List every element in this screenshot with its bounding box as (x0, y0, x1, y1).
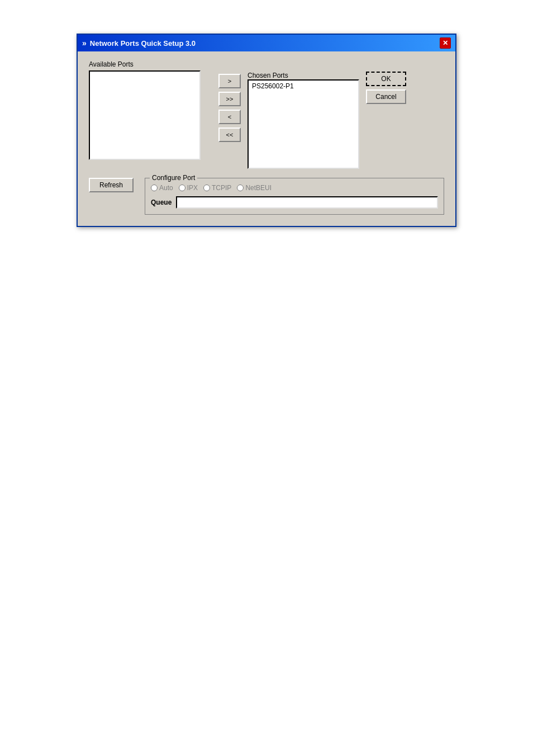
available-ports-label: Available Ports (89, 60, 134, 68)
move-all-left-button[interactable]: << (218, 127, 241, 142)
title-bar: » Network Ports Quick Setup 3.0 ✕ (78, 35, 455, 51)
title-bar-left: » Network Ports Quick Setup 3.0 (82, 39, 196, 48)
transfer-buttons: > >> < << (212, 74, 248, 142)
radio-auto-input[interactable] (151, 185, 158, 191)
radio-tcpip[interactable]: TCPIP (203, 184, 231, 192)
configure-port-legend: Configure Port (150, 174, 197, 182)
radio-tcpip-input[interactable] (203, 185, 210, 191)
move-all-right-button[interactable]: >> (218, 92, 241, 106)
radio-ipx-input[interactable] (179, 185, 185, 191)
chosen-ports-listbox[interactable]: PS256002-P1 (248, 79, 359, 169)
refresh-button[interactable]: Refresh (89, 178, 134, 192)
action-buttons: OK Cancel (366, 72, 406, 104)
move-left-button[interactable]: < (218, 110, 241, 124)
app-icon: » (82, 39, 87, 48)
radio-ipx-label: IPX (187, 184, 198, 192)
configure-port-group: Configure Port Auto IPX TCPIP (145, 178, 444, 215)
queue-row: Queue (151, 196, 438, 209)
available-ports-listbox[interactable] (89, 70, 201, 160)
main-content-area: Available Ports > >> < << Chosen Ports P… (89, 60, 444, 169)
chosen-port-item: PS256002-P1 (251, 82, 356, 91)
bottom-section: Refresh Configure Port Auto IPX TCPIP (89, 178, 444, 215)
available-ports-section: Available Ports (89, 60, 212, 160)
radio-tcpip-label: TCPIP (212, 184, 231, 192)
cancel-button[interactable]: Cancel (366, 89, 406, 104)
window-body: Available Ports > >> < << Chosen Ports P… (78, 51, 455, 226)
radio-ipx[interactable]: IPX (179, 184, 198, 192)
ok-button[interactable]: OK (366, 72, 406, 86)
main-window: » Network Ports Quick Setup 3.0 ✕ Availa… (77, 34, 456, 227)
close-button[interactable]: ✕ (440, 37, 451, 49)
radio-auto[interactable]: Auto (151, 184, 173, 192)
chosen-ports-with-buttons: Chosen Ports PS256002-P1 OK Cancel (248, 72, 444, 169)
right-area: Chosen Ports PS256002-P1 OK Cancel (248, 60, 444, 169)
window-title: Network Ports Quick Setup 3.0 (90, 39, 196, 48)
radio-row: Auto IPX TCPIP NetBEUI (151, 184, 438, 192)
radio-netbeui-label: NetBEUI (245, 184, 272, 192)
radio-auto-label: Auto (159, 184, 173, 192)
move-right-button[interactable]: > (218, 74, 241, 88)
chosen-ports-label: Chosen Ports (248, 72, 288, 79)
radio-netbeui-input[interactable] (237, 185, 244, 191)
radio-netbeui[interactable]: NetBEUI (237, 184, 272, 192)
queue-input[interactable] (176, 196, 438, 209)
queue-label: Queue (151, 199, 172, 206)
chosen-ports-section: Chosen Ports PS256002-P1 (248, 72, 359, 169)
